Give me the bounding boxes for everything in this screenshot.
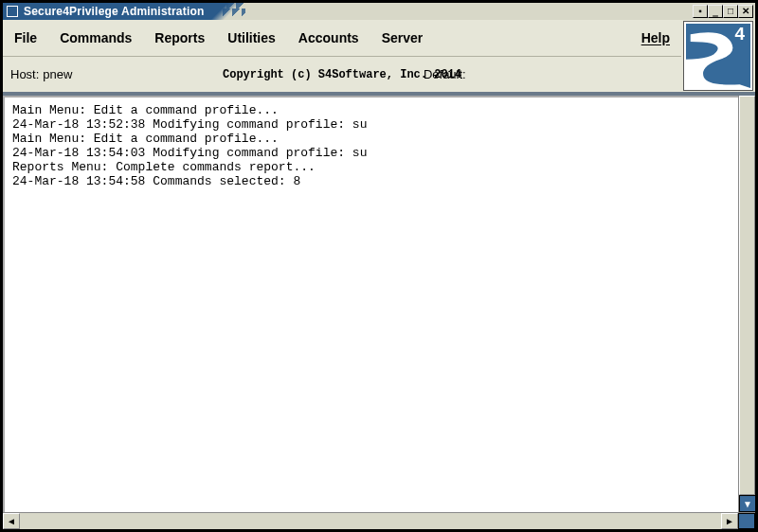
scroll-right-arrow[interactable]: ► bbox=[721, 513, 738, 529]
app-window: Secure4Privilege Administration ▪ ‗ □ ✕ … bbox=[0, 0, 758, 532]
menu-accounts[interactable]: Accounts bbox=[298, 30, 359, 45]
host-label: Host: bbox=[10, 67, 39, 81]
s4-logo: 4 bbox=[684, 22, 752, 90]
titlebar: Secure4Privilege Administration ▪ ‗ □ ✕ bbox=[3, 3, 755, 20]
scrollbar-thumb[interactable] bbox=[739, 96, 755, 495]
host-value: pnew bbox=[43, 67, 72, 81]
host-field: Host: pnew bbox=[10, 67, 72, 81]
status-bar: Host: pnew Copyright (c) S4Software, Inc… bbox=[3, 57, 681, 92]
scroll-down-arrow[interactable]: ▼ bbox=[739, 495, 756, 512]
default-label: Default: bbox=[424, 67, 466, 81]
vertical-scrollbar[interactable]: ▼ bbox=[738, 96, 755, 512]
close-button[interactable]: ✕ bbox=[738, 5, 753, 18]
window-controls: ▪ ‗ □ ✕ bbox=[693, 3, 755, 20]
toolbar-left: File Commands Reports Utilities Accounts… bbox=[3, 20, 681, 92]
logo-4-text: 4 bbox=[734, 24, 745, 44]
toolbar-row: File Commands Reports Utilities Accounts… bbox=[3, 20, 755, 94]
menu-help[interactable]: Help bbox=[641, 30, 670, 45]
scrollbar-corner bbox=[738, 513, 755, 529]
menu-utilities[interactable]: Utilities bbox=[227, 30, 276, 45]
menu-reports[interactable]: Reports bbox=[154, 30, 205, 45]
titlebar-decoration bbox=[208, 3, 693, 20]
menu-file[interactable]: File bbox=[14, 30, 37, 45]
minimize2-button[interactable]: ‗ bbox=[708, 5, 723, 18]
menubar: File Commands Reports Utilities Accounts… bbox=[3, 20, 681, 57]
system-menu-icon[interactable] bbox=[7, 6, 18, 17]
window-title: Secure4Privilege Administration bbox=[24, 5, 204, 18]
scroll-left-arrow[interactable]: ◄ bbox=[3, 513, 20, 529]
scrollbar-track[interactable] bbox=[20, 513, 721, 529]
horizontal-scrollbar[interactable]: ◄ ► bbox=[3, 512, 755, 529]
maximize-button[interactable]: □ bbox=[723, 5, 738, 18]
minimize-button[interactable]: ▪ bbox=[693, 5, 708, 18]
menu-server[interactable]: Server bbox=[382, 30, 424, 45]
content-inner: Main Menu: Edit a command profile... 24-… bbox=[3, 96, 755, 512]
menu-commands[interactable]: Commands bbox=[60, 30, 132, 45]
content-frame: Main Menu: Edit a command profile... 24-… bbox=[3, 94, 755, 529]
log-terminal[interactable]: Main Menu: Edit a command profile... 24-… bbox=[3, 96, 738, 512]
